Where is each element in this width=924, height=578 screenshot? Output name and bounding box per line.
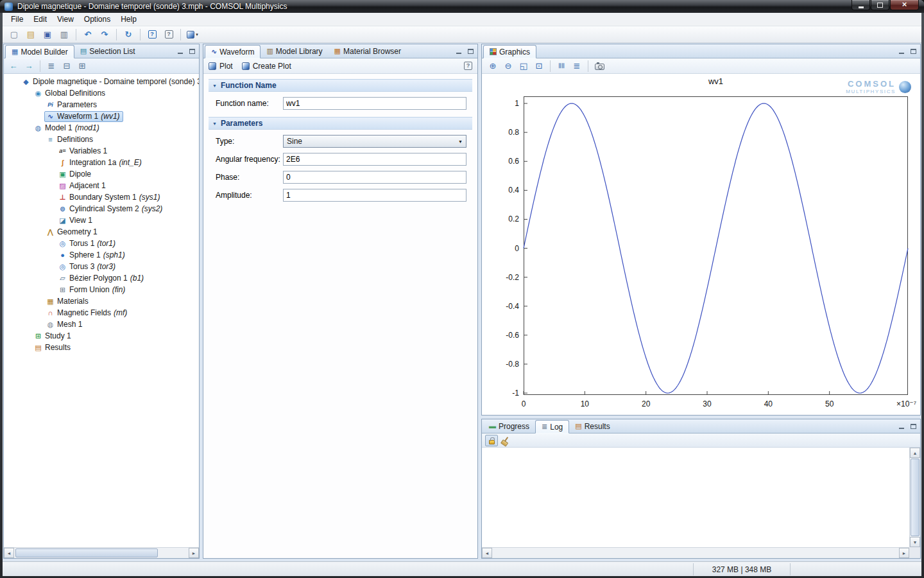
tab-progress[interactable]: ▬Progress [483, 419, 535, 433]
log-horizontal-scrollbar[interactable] [482, 547, 909, 558]
tree-item-magnetic-fields[interactable]: ∩Magnetic Fields(mf) [4, 307, 199, 319]
create-plot-button[interactable]: Create Plot [242, 62, 291, 71]
keep-log-button[interactable] [485, 435, 498, 446]
context-help-button[interactable]: ? [161, 28, 176, 42]
expand-all-button[interactable]: ⊞ [75, 60, 89, 73]
tree-item-integration-1a[interactable]: ∫Integration 1a(int_E) [4, 157, 199, 168]
tree-item-variables-1[interactable]: a=Variables 1 [4, 145, 199, 157]
plot-button[interactable]: Plot [209, 62, 233, 71]
tree-item-dipole-magnetique-domaine-temporel-sonde-3[interactable]: ◆Dipole magnetique - Domaine temporel (s… [4, 76, 199, 87]
panel-minimize-button[interactable] [454, 47, 463, 55]
tab-model-builder[interactable]: ▦Model Builder [5, 45, 74, 58]
tree-item-definitions[interactable]: ≡Definitions [4, 134, 199, 145]
tab-graphics[interactable]: Graphics [483, 45, 536, 58]
save-button[interactable]: ▣ [40, 28, 55, 42]
tab-label: Model Library [276, 47, 323, 56]
axis-vertical-button[interactable]: ≣ [554, 60, 569, 73]
function-name-input[interactable] [283, 97, 466, 110]
plot-settings-button[interactable]: ▾ [185, 28, 200, 42]
print-button[interactable]: ▥ [56, 28, 72, 42]
tree-item-global-definitions[interactable]: ◉Global Definitions [4, 87, 199, 99]
open-file-button[interactable]: ▤ [23, 28, 38, 42]
tree-item-waveform-1[interactable]: ∿Waveform 1(wv1) [4, 110, 199, 122]
tab-waveform[interactable]: ∿Waveform [205, 45, 261, 58]
panel-maximize-button[interactable] [188, 47, 196, 55]
tree-item-form-union[interactable]: ⊞Form Union(fin) [4, 284, 199, 295]
clear-log-button[interactable] [501, 435, 513, 446]
menu-file[interactable]: File [6, 13, 28, 25]
title-bar[interactable]: Dipole magnetique - Domaine temporel (so… [0, 0, 924, 13]
scroll-left-button[interactable] [4, 548, 14, 558]
maximize-button[interactable] [871, 0, 889, 10]
scroll-left-button[interactable] [482, 548, 492, 558]
menu-view[interactable]: View [52, 13, 79, 25]
snapshot-button[interactable] [592, 60, 606, 73]
panel-minimize-button[interactable] [897, 47, 905, 55]
tree-item-torus-3[interactable]: ◎Torus 3(tor3) [4, 261, 199, 272]
scroll-thumb[interactable] [911, 459, 920, 536]
menu-help[interactable]: Help [116, 13, 142, 25]
panel-maximize-button[interactable] [909, 47, 918, 55]
tree-item-model-1[interactable]: ◍Model 1(mod1) [4, 122, 199, 134]
phase-input[interactable] [283, 171, 466, 184]
log-output[interactable] [482, 448, 909, 547]
show-tree-button[interactable]: ≣ [44, 60, 58, 73]
panel-minimize-button[interactable] [897, 422, 905, 430]
scroll-down-button[interactable] [910, 537, 920, 547]
zoom-out-button[interactable]: ⊖ [501, 60, 515, 73]
tab-model-library[interactable]: ▥Model Library [261, 44, 328, 58]
tree-item-b-zier-polygon-1[interactable]: ▱Bézier Polygon 1(b1) [4, 272, 199, 284]
y-tick-label: -0.8 [482, 360, 519, 369]
nav-back-button[interactable]: ← [6, 60, 21, 73]
tree-item-parameters[interactable]: PiParameters [4, 99, 199, 110]
scroll-thumb[interactable] [15, 548, 158, 557]
panel-minimize-button[interactable] [176, 47, 184, 55]
tree-horizontal-scrollbar[interactable] [4, 547, 199, 558]
panel-maximize-button[interactable] [909, 422, 918, 430]
scroll-right-button[interactable] [899, 548, 909, 558]
tree-item-materials[interactable]: ▦Materials [4, 295, 199, 307]
collapse-all-button[interactable]: ⊟ [60, 60, 74, 73]
zoom-in-button[interactable]: ⊕ [486, 60, 500, 73]
tree-item-adjacent-1[interactable]: ▨Adjacent 1 [4, 180, 199, 191]
tree-item-label: Geometry 1 [56, 227, 98, 236]
tree-item-mesh-1[interactable]: ◍Mesh 1 [4, 319, 199, 330]
new-file-button[interactable]: ▢ [6, 28, 22, 42]
tree-item-geometry-1[interactable]: ⋀Geometry 1 [4, 226, 199, 238]
menu-edit[interactable]: Edit [28, 13, 52, 25]
angular-frequency-input[interactable] [283, 153, 466, 166]
tree-item-sphere-1[interactable]: ●Sphere 1(sph1) [4, 249, 199, 261]
tree-item-view-1[interactable]: ◪View 1 [4, 215, 199, 226]
tree-item-cylindrical-system-2[interactable]: ⊚Cylindrical System 2(sys2) [4, 203, 199, 215]
log-vertical-scrollbar[interactable] [909, 448, 920, 547]
tab-results[interactable]: ▤Results [569, 419, 615, 433]
plot-canvas[interactable]: wv1 COMSOL MULTIPHYSICS 0102030405010.80… [482, 74, 920, 415]
zoom-extents-button[interactable]: ⊡ [532, 60, 546, 73]
tree-item-results[interactable]: ▤Results [4, 342, 199, 353]
help-button[interactable]: ? [144, 28, 160, 42]
axis-horizontal-button[interactable]: ≣ [570, 60, 584, 73]
section-parameters[interactable]: ▼Parameters [209, 117, 472, 130]
tab-selection-list[interactable]: ▤Selection List [74, 44, 141, 58]
tree-item-boundary-system-1[interactable]: ⊥Boundary System 1(sys1) [4, 191, 199, 203]
tree-item-torus-1[interactable]: ◎Torus 1(tor1) [4, 238, 199, 249]
close-button[interactable]: × [890, 0, 919, 10]
nav-forward-button[interactable]: → [22, 60, 36, 73]
tree-item-study-1[interactable]: ⊞Study 1 [4, 330, 199, 342]
panel-maximize-button[interactable] [466, 47, 475, 55]
update-button[interactable]: ↻ [121, 28, 136, 42]
tab-log[interactable]: ≣Log [535, 420, 569, 434]
menu-options[interactable]: Options [79, 13, 116, 25]
tab-material-browser[interactable]: ▦Material Browser [329, 44, 407, 58]
section-function-name[interactable]: ▼Function Name [209, 79, 472, 92]
settings-help-button[interactable]: ? [464, 62, 472, 70]
scroll-up-button[interactable] [910, 448, 920, 458]
type-select[interactable]: Sine▼ [283, 135, 466, 148]
zoom-box-button[interactable]: ◱ [517, 60, 531, 73]
amplitude-input[interactable] [283, 189, 466, 202]
scroll-right-button[interactable] [189, 548, 199, 558]
undo-button[interactable]: ↶ [80, 28, 96, 42]
tree-item-dipole[interactable]: ▣Dipole [4, 168, 199, 180]
minimize-button[interactable] [851, 0, 870, 10]
redo-button[interactable]: ↷ [97, 28, 112, 42]
